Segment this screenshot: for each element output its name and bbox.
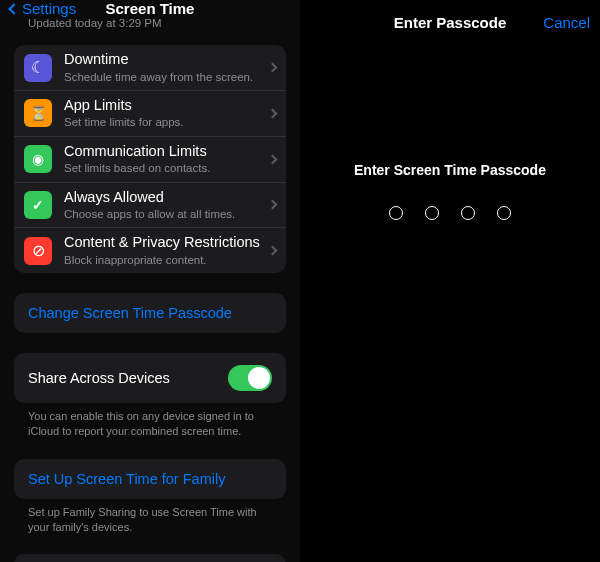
cell-content-privacy[interactable]: Content & Privacy Restrictions Block ina…	[14, 227, 286, 273]
back-button[interactable]: Settings	[10, 0, 76, 17]
cell-sub: Set limits based on contacts.	[64, 161, 263, 175]
cell-sub: Schedule time away from the screen.	[64, 70, 263, 84]
share-footer: You can enable this on any device signed…	[14, 403, 286, 439]
page-title: Screen Time	[106, 0, 195, 17]
cell-main: Always Allowed Choose apps to allow at a…	[64, 189, 263, 222]
contact-icon	[24, 145, 52, 173]
cell-sub: Choose apps to allow at all times.	[64, 207, 263, 221]
left-content[interactable]: Updated today at 3:29 PM Downtime Schedu…	[0, 17, 300, 562]
chevron-right-icon	[268, 154, 278, 164]
passcode-pane: Enter Passcode Cancel Enter Screen Time …	[300, 0, 600, 562]
chevron-right-icon	[268, 246, 278, 256]
cell-app-limits[interactable]: App Limits Set time limits for apps.	[14, 90, 286, 136]
setup-family-label: Set Up Screen Time for Family	[28, 471, 225, 487]
cell-title: Always Allowed	[64, 189, 263, 206]
turnoff-group: Turn Off Screen Time	[14, 554, 286, 562]
cell-main: App Limits Set time limits for apps.	[64, 97, 263, 130]
cell-downtime[interactable]: Downtime Schedule time away from the scr…	[14, 45, 286, 90]
family-group: Set Up Screen Time for Family	[14, 459, 286, 499]
passcode-dot	[497, 206, 511, 220]
check-icon	[24, 191, 52, 219]
setup-family-button[interactable]: Set Up Screen Time for Family	[14, 459, 286, 499]
cell-title: Content & Privacy Restrictions	[64, 234, 263, 251]
cell-title: Communication Limits	[64, 143, 263, 160]
cell-title: App Limits	[64, 97, 263, 114]
share-group: Share Across Devices	[14, 353, 286, 403]
change-passcode-button[interactable]: Change Screen Time Passcode	[14, 293, 286, 333]
passcode-dots[interactable]	[300, 206, 600, 220]
cell-sub: Set time limits for apps.	[64, 115, 263, 129]
cell-main: Downtime Schedule time away from the scr…	[64, 51, 263, 84]
passcode-prompt: Enter Screen Time Passcode	[300, 162, 600, 178]
change-passcode-group: Change Screen Time Passcode	[14, 293, 286, 333]
navbar-right: Enter Passcode Cancel	[300, 0, 600, 44]
cell-main: Communication Limits Set limits based on…	[64, 143, 263, 176]
cell-main: Content & Privacy Restrictions Block ina…	[64, 234, 263, 267]
chevron-right-icon	[268, 108, 278, 118]
cell-sub: Block inappropriate content.	[64, 253, 263, 267]
passcode-dot	[389, 206, 403, 220]
cell-always-allowed[interactable]: Always Allowed Choose apps to allow at a…	[14, 182, 286, 228]
updated-label: Updated today at 3:29 PM	[14, 17, 286, 37]
cancel-button[interactable]: Cancel	[543, 14, 590, 31]
hourglass-icon	[24, 99, 52, 127]
screen-time-pane: Settings Screen Time Updated today at 3:…	[0, 0, 300, 562]
passcode-dot	[425, 206, 439, 220]
navbar-left: Settings Screen Time	[0, 0, 300, 17]
share-label: Share Across Devices	[28, 370, 228, 386]
chevron-right-icon	[268, 200, 278, 210]
no-icon	[24, 237, 52, 265]
cell-title: Downtime	[64, 51, 263, 68]
chevron-right-icon	[268, 63, 278, 73]
passcode-title: Enter Passcode	[394, 14, 507, 31]
chevron-left-icon	[8, 3, 19, 14]
share-devices-row[interactable]: Share Across Devices	[14, 353, 286, 403]
back-label: Settings	[22, 0, 76, 17]
change-passcode-label: Change Screen Time Passcode	[28, 305, 232, 321]
share-toggle[interactable]	[228, 365, 272, 391]
turn-off-button[interactable]: Turn Off Screen Time	[14, 554, 286, 562]
cell-communication-limits[interactable]: Communication Limits Set limits based on…	[14, 136, 286, 182]
features-group: Downtime Schedule time away from the scr…	[14, 45, 286, 273]
moon-icon	[24, 54, 52, 82]
family-footer: Set up Family Sharing to use Screen Time…	[14, 499, 286, 535]
passcode-dot	[461, 206, 475, 220]
